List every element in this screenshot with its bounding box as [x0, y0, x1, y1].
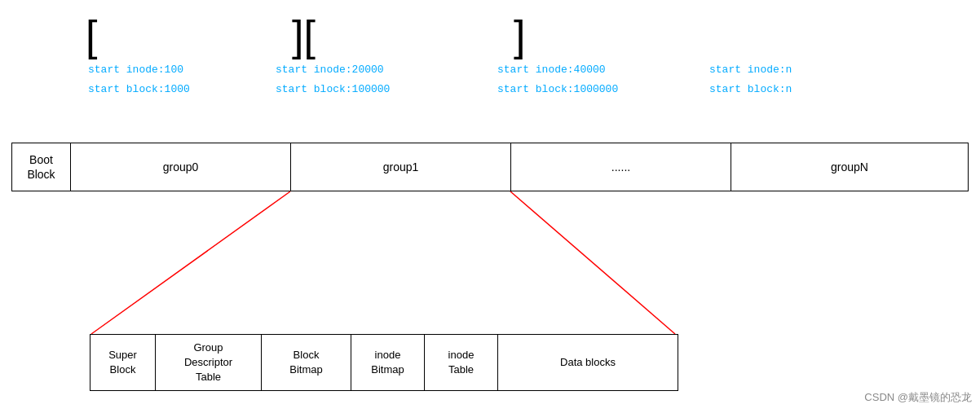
cell-dots: ......: [511, 143, 731, 191]
cell-inode-table: inodeTable: [425, 335, 498, 390]
cell-groupN: groupN: [731, 143, 968, 191]
bracket-2-info: start inode:40000 start block:1000000: [497, 59, 618, 97]
cell-inode-bitmap: inodeBitmap: [351, 335, 425, 390]
cell-boot-block: BootBlock: [12, 143, 71, 191]
svg-line-4: [510, 191, 675, 334]
svg-text:]: ]: [514, 12, 525, 59]
cell-group0: group0: [71, 143, 291, 191]
cell-super-block: SuperBlock: [90, 335, 156, 390]
diagram-container: [ ][ ] start inode:100 start block:1000 …: [0, 0, 980, 413]
cell-block-bitmap: BlockBitmap: [262, 335, 351, 390]
watermark: CSDN @戴墨镜的恐龙: [864, 390, 972, 405]
cell-data-blocks: Data blocks: [498, 335, 678, 390]
detail-row: SuperBlock GroupDescriptorTable BlockBit…: [90, 334, 678, 391]
svg-text:][: ][: [292, 12, 316, 59]
bracket-0-info: start inode:100 start block:1000: [88, 59, 190, 97]
svg-text:[: [: [86, 12, 98, 59]
svg-line-3: [91, 191, 290, 334]
cell-group-descriptor: GroupDescriptorTable: [156, 335, 262, 390]
cell-group1: group1: [291, 143, 511, 191]
bracket-3-info: start inode:n start block:n: [709, 59, 792, 97]
fs-row: BootBlock group0 group1 ...... groupN: [11, 143, 969, 191]
bracket-1-info: start inode:20000 start block:100000: [276, 59, 390, 97]
